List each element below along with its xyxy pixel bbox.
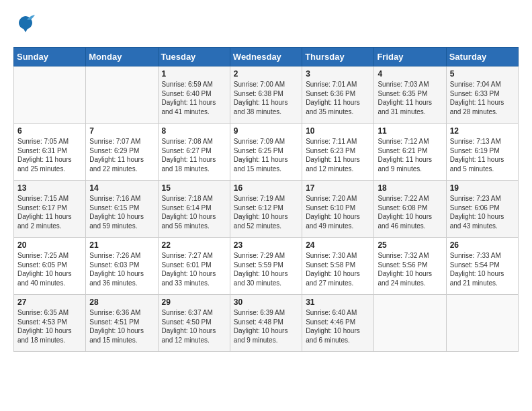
- day-detail: Sunrise: 6:59 AM Sunset: 6:40 PM Dayligh…: [162, 80, 226, 116]
- day-number: 17: [306, 183, 370, 193]
- calendar-cell: 9Sunrise: 7:09 AM Sunset: 6:25 PM Daylig…: [230, 124, 302, 181]
- day-detail: Sunrise: 7:11 AM Sunset: 6:23 PM Dayligh…: [306, 137, 370, 173]
- calendar-cell: 20Sunrise: 7:25 AM Sunset: 6:05 PM Dayli…: [14, 238, 86, 295]
- day-detail: Sunrise: 7:22 AM Sunset: 6:08 PM Dayligh…: [378, 194, 442, 230]
- day-number: 20: [17, 240, 82, 250]
- day-number: 18: [378, 183, 442, 193]
- day-number: 16: [234, 183, 298, 193]
- calendar-cell: 18Sunrise: 7:22 AM Sunset: 6:08 PM Dayli…: [374, 181, 446, 238]
- calendar-cell: 17Sunrise: 7:20 AM Sunset: 6:10 PM Dayli…: [302, 181, 374, 238]
- day-detail: Sunrise: 7:29 AM Sunset: 5:59 PM Dayligh…: [234, 251, 298, 287]
- day-detail: Sunrise: 7:20 AM Sunset: 6:10 PM Dayligh…: [306, 194, 370, 230]
- calendar-cell: 21Sunrise: 7:26 AM Sunset: 6:03 PM Dayli…: [86, 238, 158, 295]
- day-header-saturday: Saturday: [446, 48, 518, 66]
- calendar-header-row: SundayMondayTuesdayWednesdayThursdayFrid…: [14, 48, 519, 66]
- calendar-week-row: 13Sunrise: 7:15 AM Sunset: 6:17 PM Dayli…: [14, 181, 519, 238]
- day-number: 12: [450, 126, 515, 136]
- page-header: [13, 13, 519, 36]
- day-detail: Sunrise: 7:07 AM Sunset: 6:29 PM Dayligh…: [89, 137, 154, 173]
- day-detail: Sunrise: 7:26 AM Sunset: 6:03 PM Dayligh…: [89, 251, 154, 287]
- day-detail: Sunrise: 7:15 AM Sunset: 6:17 PM Dayligh…: [17, 194, 82, 230]
- day-header-sunday: Sunday: [14, 48, 86, 66]
- day-detail: Sunrise: 7:03 AM Sunset: 6:35 PM Dayligh…: [378, 80, 442, 116]
- day-number: 13: [17, 183, 82, 193]
- calendar-cell: 10Sunrise: 7:11 AM Sunset: 6:23 PM Dayli…: [302, 124, 374, 181]
- day-number: 15: [162, 183, 226, 193]
- logo-bird-icon: [16, 13, 35, 36]
- day-detail: Sunrise: 6:35 AM Sunset: 4:53 PM Dayligh…: [17, 308, 82, 345]
- day-detail: Sunrise: 7:05 AM Sunset: 6:31 PM Dayligh…: [17, 137, 82, 173]
- calendar-cell: 6Sunrise: 7:05 AM Sunset: 6:31 PM Daylig…: [14, 124, 86, 181]
- day-detail: Sunrise: 6:39 AM Sunset: 4:48 PM Dayligh…: [234, 308, 298, 345]
- day-number: 3: [306, 69, 370, 79]
- calendar-cell: 24Sunrise: 7:30 AM Sunset: 5:58 PM Dayli…: [302, 238, 374, 295]
- day-number: 8: [162, 126, 226, 136]
- calendar-cell: 8Sunrise: 7:08 AM Sunset: 6:27 PM Daylig…: [158, 124, 230, 181]
- calendar-cell: 16Sunrise: 7:19 AM Sunset: 6:12 PM Dayli…: [230, 181, 302, 238]
- day-detail: Sunrise: 7:19 AM Sunset: 6:12 PM Dayligh…: [234, 194, 298, 230]
- day-number: 2: [234, 69, 298, 79]
- calendar-cell: 11Sunrise: 7:12 AM Sunset: 6:21 PM Dayli…: [374, 124, 446, 181]
- day-number: 29: [162, 298, 226, 307]
- day-number: 25: [378, 240, 442, 250]
- day-number: 24: [306, 240, 370, 250]
- calendar-cell: 4Sunrise: 7:03 AM Sunset: 6:35 PM Daylig…: [374, 66, 446, 124]
- day-detail: Sunrise: 7:00 AM Sunset: 6:38 PM Dayligh…: [234, 80, 298, 116]
- day-detail: Sunrise: 7:32 AM Sunset: 5:56 PM Dayligh…: [378, 251, 442, 287]
- calendar-week-row: 1Sunrise: 6:59 AM Sunset: 6:40 PM Daylig…: [14, 66, 519, 124]
- day-detail: Sunrise: 6:36 AM Sunset: 4:51 PM Dayligh…: [89, 308, 154, 345]
- day-number: 14: [89, 183, 154, 193]
- day-number: 23: [234, 240, 298, 250]
- calendar-cell: 30Sunrise: 6:39 AM Sunset: 4:48 PM Dayli…: [230, 295, 302, 352]
- calendar-cell: 13Sunrise: 7:15 AM Sunset: 6:17 PM Dayli…: [14, 181, 86, 238]
- calendar-table: SundayMondayTuesdayWednesdayThursdayFrid…: [13, 47, 519, 352]
- day-number: 19: [450, 183, 515, 193]
- calendar-cell: 2Sunrise: 7:00 AM Sunset: 6:38 PM Daylig…: [230, 66, 302, 124]
- day-header-tuesday: Tuesday: [158, 48, 230, 66]
- calendar-week-row: 6Sunrise: 7:05 AM Sunset: 6:31 PM Daylig…: [14, 124, 519, 181]
- calendar-cell: 29Sunrise: 6:37 AM Sunset: 4:50 PM Dayli…: [158, 295, 230, 352]
- calendar-cell: 28Sunrise: 6:36 AM Sunset: 4:51 PM Dayli…: [86, 295, 158, 352]
- day-number: 4: [378, 69, 442, 79]
- calendar-cell: [86, 66, 158, 124]
- day-number: 10: [306, 126, 370, 136]
- day-number: 1: [162, 69, 226, 79]
- day-detail: Sunrise: 7:25 AM Sunset: 6:05 PM Dayligh…: [17, 251, 82, 287]
- day-number: 28: [89, 298, 154, 307]
- day-detail: Sunrise: 6:40 AM Sunset: 4:46 PM Dayligh…: [306, 308, 370, 345]
- logo: [13, 13, 35, 36]
- calendar-cell: [374, 295, 446, 352]
- calendar-cell: 14Sunrise: 7:16 AM Sunset: 6:15 PM Dayli…: [86, 181, 158, 238]
- day-number: 30: [234, 298, 298, 307]
- calendar-cell: 3Sunrise: 7:01 AM Sunset: 6:36 PM Daylig…: [302, 66, 374, 124]
- calendar-cell: 19Sunrise: 7:23 AM Sunset: 6:06 PM Dayli…: [446, 181, 518, 238]
- day-number: 27: [17, 298, 82, 307]
- day-detail: Sunrise: 7:23 AM Sunset: 6:06 PM Dayligh…: [450, 194, 515, 230]
- calendar-cell: 5Sunrise: 7:04 AM Sunset: 6:33 PM Daylig…: [446, 66, 518, 124]
- day-detail: Sunrise: 7:27 AM Sunset: 6:01 PM Dayligh…: [162, 251, 226, 287]
- day-number: 6: [17, 126, 82, 136]
- day-header-monday: Monday: [86, 48, 158, 66]
- day-header-thursday: Thursday: [302, 48, 374, 66]
- day-number: 26: [450, 240, 515, 250]
- calendar-cell: 27Sunrise: 6:35 AM Sunset: 4:53 PM Dayli…: [14, 295, 86, 352]
- calendar-cell: 22Sunrise: 7:27 AM Sunset: 6:01 PM Dayli…: [158, 238, 230, 295]
- day-detail: Sunrise: 7:12 AM Sunset: 6:21 PM Dayligh…: [378, 137, 442, 173]
- day-number: 7: [89, 126, 154, 136]
- day-detail: Sunrise: 7:33 AM Sunset: 5:54 PM Dayligh…: [450, 251, 515, 287]
- calendar-cell: 31Sunrise: 6:40 AM Sunset: 4:46 PM Dayli…: [302, 295, 374, 352]
- day-header-friday: Friday: [374, 48, 446, 66]
- calendar-cell: [14, 66, 86, 124]
- calendar-cell: 15Sunrise: 7:18 AM Sunset: 6:14 PM Dayli…: [158, 181, 230, 238]
- calendar-cell: 1Sunrise: 6:59 AM Sunset: 6:40 PM Daylig…: [158, 66, 230, 124]
- calendar-cell: 7Sunrise: 7:07 AM Sunset: 6:29 PM Daylig…: [86, 124, 158, 181]
- calendar-cell: 26Sunrise: 7:33 AM Sunset: 5:54 PM Dayli…: [446, 238, 518, 295]
- day-header-wednesday: Wednesday: [230, 48, 302, 66]
- day-detail: Sunrise: 7:08 AM Sunset: 6:27 PM Dayligh…: [162, 137, 226, 173]
- day-detail: Sunrise: 7:01 AM Sunset: 6:36 PM Dayligh…: [306, 80, 370, 116]
- day-number: 22: [162, 240, 226, 250]
- calendar-cell: 23Sunrise: 7:29 AM Sunset: 5:59 PM Dayli…: [230, 238, 302, 295]
- day-detail: Sunrise: 7:13 AM Sunset: 6:19 PM Dayligh…: [450, 137, 515, 173]
- calendar-cell: 12Sunrise: 7:13 AM Sunset: 6:19 PM Dayli…: [446, 124, 518, 181]
- day-detail: Sunrise: 7:30 AM Sunset: 5:58 PM Dayligh…: [306, 251, 370, 287]
